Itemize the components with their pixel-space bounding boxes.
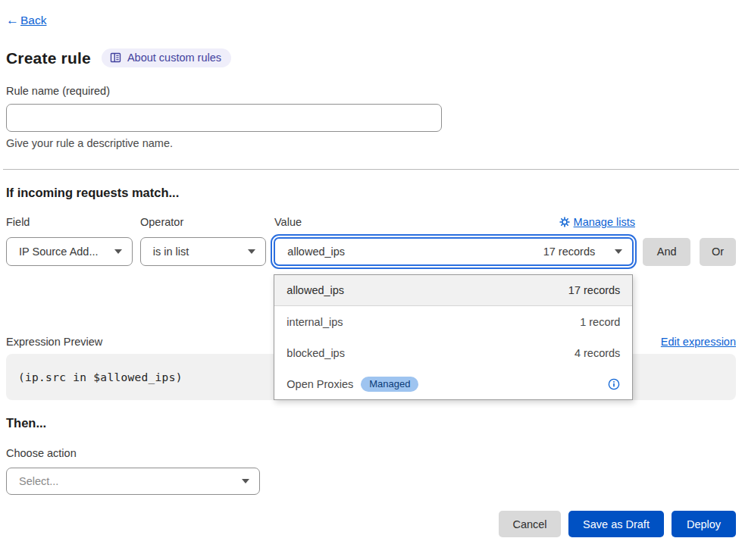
- back-arrow-icon: ←: [6, 13, 19, 28]
- expression-preview-label: Expression Preview: [6, 336, 102, 348]
- chevron-down-icon: [248, 249, 255, 254]
- operator-label: Operator: [140, 216, 274, 228]
- list-item-name: blocked_ips: [286, 347, 345, 359]
- deploy-button[interactable]: Deploy: [672, 511, 736, 537]
- field-select-value: IP Source Add...: [19, 246, 99, 258]
- chevron-down-icon: [114, 249, 122, 254]
- section-divider: [3, 169, 739, 170]
- rule-name-helper: Give your rule a descriptive name.: [6, 137, 736, 149]
- and-button[interactable]: And: [643, 238, 690, 266]
- field-select[interactable]: IP Source Add...: [6, 237, 133, 266]
- operator-select-value: is in list: [153, 246, 189, 258]
- choose-action-label: Choose action: [6, 447, 736, 459]
- list-dropdown: allowed_ips 17 records internal_ips 1 re…: [274, 274, 633, 400]
- manage-lists-link[interactable]: Manage lists: [559, 216, 635, 228]
- expression-code: (ip.src in $allowed_ips): [18, 371, 183, 383]
- list-item-open-proxies[interactable]: Open Proxies Managed: [274, 368, 632, 399]
- chevron-down-icon: [615, 249, 622, 254]
- or-button[interactable]: Or: [700, 238, 736, 266]
- save-as-draft-button[interactable]: Save as Draft: [568, 511, 664, 537]
- info-icon[interactable]: [608, 378, 620, 390]
- list-item-allowed-ips[interactable]: allowed_ips 17 records: [274, 275, 632, 306]
- list-item-records: 4 records: [575, 347, 620, 359]
- rule-name-input[interactable]: [6, 104, 442, 132]
- value-select-records: 17 records: [543, 246, 596, 258]
- edit-expression-link[interactable]: Edit expression: [661, 336, 736, 348]
- value-select-name: allowed_ips: [287, 246, 345, 258]
- cancel-button[interactable]: Cancel: [499, 511, 561, 537]
- value-select[interactable]: allowed_ips 17 records: [274, 237, 634, 266]
- back-link[interactable]: ←Back: [6, 13, 46, 28]
- chevron-down-icon: [242, 479, 249, 483]
- list-item-internal-ips[interactable]: internal_ips 1 record: [274, 306, 632, 337]
- about-custom-rules-link[interactable]: About custom rules: [102, 48, 231, 67]
- rule-name-label: Rule name (required): [6, 85, 736, 97]
- book-icon: [110, 52, 121, 63]
- page-title: Create rule: [6, 49, 91, 67]
- list-item-name: Open Proxies: [286, 378, 353, 390]
- value-label: Value: [274, 216, 302, 228]
- match-section-heading: If incoming requests match...: [6, 186, 736, 200]
- list-item-blocked-ips[interactable]: blocked_ips 4 records: [274, 337, 632, 368]
- list-item-records: 1 record: [580, 316, 620, 328]
- back-link-label: Back: [20, 14, 46, 27]
- manage-lists-label: Manage lists: [574, 216, 635, 228]
- about-custom-rules-label: About custom rules: [127, 52, 221, 64]
- list-item-records: 17 records: [568, 284, 621, 296]
- operator-select[interactable]: is in list: [140, 237, 267, 266]
- action-select-placeholder: Select...: [19, 475, 58, 487]
- managed-badge: Managed: [361, 377, 418, 392]
- field-label: Field: [6, 216, 140, 228]
- action-select[interactable]: Select...: [6, 468, 260, 495]
- list-item-name: allowed_ips: [286, 284, 344, 296]
- gear-icon: [559, 217, 570, 227]
- list-item-name: internal_ips: [286, 316, 343, 328]
- then-section-heading: Then...: [6, 416, 736, 430]
- create-rule-page: ←Back Create rule About custom rules Rul…: [0, 0, 742, 560]
